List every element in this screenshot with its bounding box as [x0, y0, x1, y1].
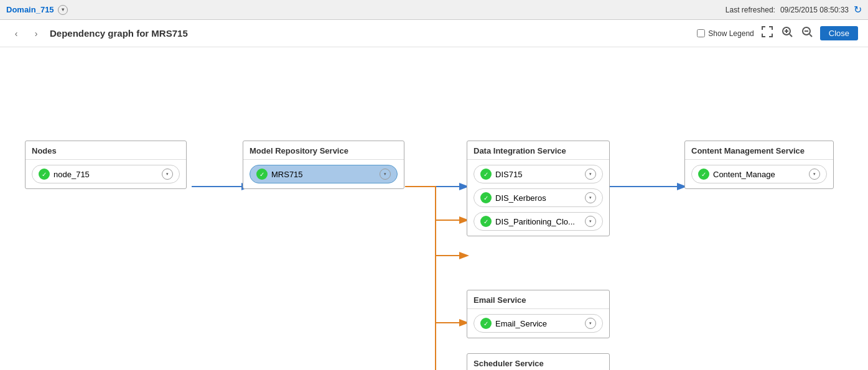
show-legend-control[interactable]: Show Legend — [697, 29, 754, 38]
list-item[interactable]: ✓ DIS_Kerberos ▾ — [474, 188, 603, 207]
cms-box-body: ✓ Content_Manage ▾ — [685, 160, 833, 188]
diskerberos-left: ✓ DIS_Kerberos — [480, 192, 546, 203]
zoom-out-button[interactable] — [800, 25, 814, 42]
email-name: Email_Service — [495, 319, 547, 328]
dis-box-body: ✓ DIS715 ▾ ✓ DIS_Kerberos ▾ ✓ DIS_Pariti… — [467, 160, 609, 236]
dis715-dropdown[interactable]: ▾ — [585, 169, 596, 180]
mrs-box-body: ✓ MRS715 ▾ — [243, 160, 404, 188]
nav-back-button[interactable]: ‹ — [10, 27, 22, 40]
dispartitioning-name: DIS_Paritioning_Clo... — [495, 217, 575, 226]
mrs-box: Model Repository Service ✓ MRS715 ▾ — [243, 141, 404, 189]
nodes-box: Nodes ✓ node_715 ▾ — [25, 141, 187, 189]
dis715-name: DIS715 — [495, 170, 522, 179]
domain-dropdown-arrow[interactable]: ▾ — [58, 5, 68, 15]
status-icon: ✓ — [480, 192, 492, 203]
dis-box-title: Data Integration Service — [467, 141, 609, 160]
domain-name: Domain_715 — [6, 5, 54, 14]
last-refreshed-time: 09/25/2015 08:50:33 — [780, 6, 849, 14]
status-icon: ✓ — [480, 216, 492, 227]
mrs-name: MRS715 — [271, 170, 303, 179]
dispartitioning-left: ✓ DIS_Paritioning_Clo... — [480, 216, 575, 227]
status-icon: ✓ — [698, 169, 709, 180]
toolbar: ‹ › Dependency graph for MRS715 Show Leg… — [0, 20, 868, 47]
last-refreshed-label: Last refreshed: — [726, 6, 775, 14]
cms-box-title: Content Management Service — [685, 141, 833, 160]
email-box-title: Email Service — [467, 290, 609, 309]
page-title: Dependency graph for MRS715 — [50, 28, 188, 39]
diskerberos-dropdown[interactable]: ▾ — [585, 192, 596, 203]
show-legend-checkbox[interactable] — [697, 29, 705, 37]
list-item[interactable]: ✓ Content_Manage ▾ — [691, 165, 827, 183]
list-item[interactable]: ✓ DIS715 ▾ — [474, 165, 603, 183]
nodes-box-title: Nodes — [26, 141, 186, 160]
node-dropdown-arrow[interactable]: ▾ — [162, 169, 173, 180]
status-icon: ✓ — [480, 318, 492, 329]
diagram-area: Nodes ✓ node_715 ▾ Model Repository Serv… — [0, 47, 868, 370]
dispartitioning-dropdown[interactable]: ▾ — [585, 216, 596, 227]
svg-line-5 — [810, 34, 812, 37]
status-icon: ✓ — [39, 169, 50, 180]
toolbar-right: Show Legend Close — [697, 25, 858, 42]
close-button[interactable]: Close — [820, 26, 858, 40]
node-pill-left: ✓ node_715 — [39, 169, 90, 180]
top-bar: Domain_715 ▾ Last refreshed: 09/25/2015 … — [0, 0, 868, 20]
scheduler-box-title: Scheduler Service — [467, 354, 609, 370]
status-icon: ✓ — [256, 169, 268, 180]
email-box-body: ✓ Email_Service ▾ — [467, 309, 609, 338]
diskerberos-name: DIS_Kerberos — [495, 193, 546, 203]
node-name: node_715 — [54, 170, 90, 179]
nodes-box-body: ✓ node_715 ▾ — [26, 160, 186, 188]
mrs-dropdown-arrow[interactable]: ▾ — [380, 169, 391, 180]
cms-dropdown[interactable]: ▾ — [809, 169, 820, 180]
refresh-info: Last refreshed: 09/25/2015 08:50:33 ↻ — [726, 4, 862, 16]
nav-forward-button[interactable]: › — [30, 27, 42, 40]
domain-selector[interactable]: Domain_715 ▾ — [6, 5, 68, 15]
email-dropdown[interactable]: ▾ — [585, 318, 596, 329]
show-legend-label: Show Legend — [708, 29, 754, 38]
list-item[interactable]: ✓ Email_Service ▾ — [474, 314, 603, 333]
fullscreen-button[interactable] — [760, 25, 774, 42]
email-left: ✓ Email_Service — [480, 318, 547, 329]
list-item[interactable]: ✓ MRS715 ▾ — [250, 165, 398, 183]
refresh-icon[interactable]: ↻ — [854, 4, 862, 16]
toolbar-left: ‹ › Dependency graph for MRS715 — [10, 27, 188, 40]
dependency-lines — [0, 47, 868, 370]
cms-name: Content_Manage — [713, 170, 775, 179]
list-item[interactable]: ✓ node_715 ▾ — [32, 165, 180, 183]
mrs-box-title: Model Repository Service — [243, 141, 404, 160]
email-box: Email Service ✓ Email_Service ▾ — [467, 290, 610, 338]
svg-line-1 — [790, 34, 792, 37]
status-icon: ✓ — [480, 169, 492, 180]
cms-box: Content Management Service ✓ Content_Man… — [684, 141, 834, 189]
mrs-pill-left: ✓ MRS715 — [256, 169, 303, 180]
cms-left: ✓ Content_Manage — [698, 169, 775, 180]
zoom-in-button[interactable] — [780, 25, 794, 42]
dis-box: Data Integration Service ✓ DIS715 ▾ ✓ DI… — [467, 141, 610, 236]
scheduler-box: Scheduler Service ✓ Scheduler_Service ▾ — [467, 353, 610, 370]
list-item[interactable]: ✓ DIS_Paritioning_Clo... ▾ — [474, 212, 603, 231]
dis715-left: ✓ DIS715 — [480, 169, 522, 180]
